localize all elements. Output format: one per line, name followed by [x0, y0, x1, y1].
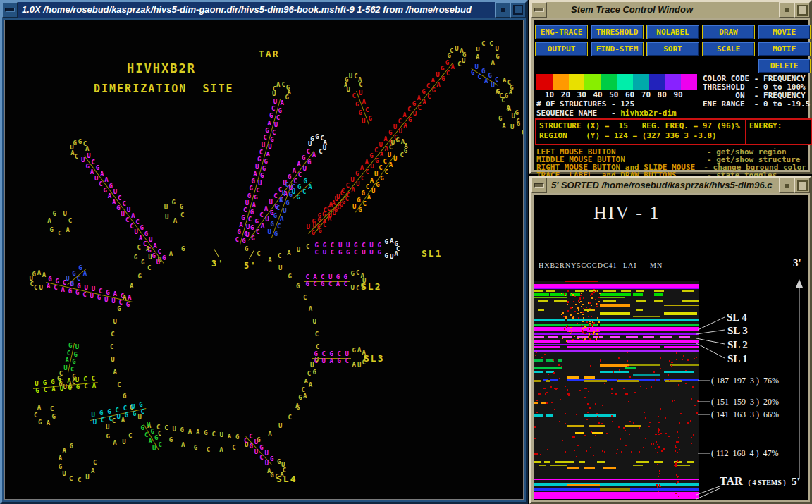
- trace-dot: [675, 462, 677, 464]
- nucleotide: G: [109, 183, 113, 190]
- nucleotide: U: [322, 358, 326, 364]
- sorted-window-titlebar[interactable]: 5' SORTED /home/rosebud/kasprzak/hivs5-d…: [531, 178, 810, 193]
- nolabel-button[interactable]: NOLABEL: [646, 25, 699, 39]
- nucleotide: G: [85, 164, 89, 170]
- colorbar-segment: [649, 74, 665, 90]
- nucleotide: A: [66, 227, 69, 233]
- nucleotide: C: [417, 105, 421, 111]
- nucleotide: C: [276, 115, 280, 121]
- output-button[interactable]: OUTPUT: [535, 42, 588, 56]
- trace-dot: [658, 446, 660, 448]
- nucleotide: G: [242, 238, 245, 245]
- nucleotide: C: [59, 371, 63, 377]
- trace-dot: [583, 340, 584, 341]
- maximize-button[interactable]: [794, 2, 810, 18]
- nucleotide: G: [298, 395, 302, 401]
- nucleotide: A: [61, 287, 65, 293]
- trace-dot: [663, 448, 665, 450]
- iconify-button[interactable]: [495, 2, 510, 18]
- trace-dot: [691, 443, 692, 444]
- trace-dot: [629, 434, 630, 435]
- nucleotide: C: [362, 201, 366, 207]
- trace-segment: [534, 288, 699, 289]
- iconify-button[interactable]: [779, 2, 794, 18]
- trace-segment: [534, 367, 562, 369]
- nucleotide: A: [422, 99, 426, 106]
- trace-dot: [582, 312, 584, 313]
- trace-dot: [604, 383, 605, 384]
- nucleotide: U: [87, 153, 90, 159]
- structure-window-titlebar[interactable]: 1.0X /home/rosebud/kasprzak/hivs5-dim-ga…: [2, 2, 526, 18]
- control-window-titlebar[interactable]: Stem Trace Control Window: [531, 2, 810, 18]
- stem-trace-plot[interactable]: [534, 281, 699, 499]
- trace-dot: [574, 296, 576, 297]
- motif-button[interactable]: MOTIF: [758, 42, 811, 56]
- maximize-button[interactable]: [510, 2, 526, 18]
- nucleotide: C: [385, 169, 388, 176]
- trace-segment: [600, 304, 630, 307]
- nucleotide: U: [356, 181, 359, 188]
- nucleotide: G: [250, 225, 254, 231]
- nucleotide: C: [302, 189, 306, 195]
- maximize-button[interactable]: [794, 178, 810, 193]
- nucleotide: A: [261, 223, 264, 229]
- trace-dot: [675, 493, 677, 494]
- trace-dot: [685, 383, 687, 384]
- trace-dot: [554, 409, 555, 410]
- nucleotide: U: [265, 460, 269, 467]
- nucleotide: A: [51, 386, 55, 393]
- threshold-button[interactable]: THRESHOLD: [591, 25, 644, 39]
- nucleotide: C: [77, 276, 80, 282]
- rna-canvas[interactable]: HIVHXB2R DIMERIZATION SITE GCAUGGCAUCCUG…: [4, 20, 524, 500]
- nucleotide: C: [58, 231, 61, 237]
- trace-dot: [596, 290, 597, 292]
- trace-dot: [604, 451, 605, 453]
- trace-dot: [562, 440, 563, 441]
- nucleotide: C: [398, 118, 402, 125]
- trace-dot: [541, 357, 543, 358]
- nucleotide: C: [278, 253, 281, 259]
- trace-segment: [597, 461, 605, 463]
- nucleotide: A: [352, 362, 356, 368]
- nucleotide: C: [344, 281, 347, 288]
- colorbar-tick: 40: [593, 90, 602, 99]
- draw-button[interactable]: DRAW: [702, 25, 755, 39]
- trace-dot: [634, 392, 636, 393]
- nucleotide: A: [476, 54, 479, 61]
- sort-button[interactable]: SORT: [646, 42, 699, 56]
- trace-dot: [586, 450, 587, 452]
- window-menu-button[interactable]: [531, 2, 547, 18]
- scale-button[interactable]: SCALE: [702, 42, 755, 56]
- trace-segment: [550, 465, 567, 466]
- trace-dot: [645, 417, 646, 419]
- nucleotide: C: [282, 82, 285, 88]
- trace-dot: [611, 393, 613, 394]
- colorbar-tick: 90: [673, 90, 682, 99]
- nucleotide: A: [65, 357, 68, 364]
- find-stem-button[interactable]: FIND-STEM: [591, 42, 644, 56]
- nucleotide: G: [345, 77, 348, 83]
- iconify-button[interactable]: [779, 178, 794, 193]
- nucleotide: A: [253, 171, 257, 178]
- nucleotide: U: [111, 357, 114, 363]
- window-menu-button[interactable]: [531, 178, 547, 193]
- trace-dot: [665, 433, 667, 434]
- trace-dot: [660, 408, 661, 410]
- nucleotide: C: [271, 106, 275, 112]
- nucleotide: A: [268, 257, 271, 264]
- nucleotide: G: [59, 464, 62, 470]
- nucleotide: C: [501, 97, 505, 104]
- eng-trace-button[interactable]: ENG-TRACE: [535, 25, 588, 39]
- trace-dot: [565, 451, 566, 453]
- nucleotide: G: [441, 66, 444, 72]
- nucleotide: U: [350, 177, 354, 183]
- trace-dot: [582, 338, 583, 339]
- window-menu-button[interactable]: [2, 2, 18, 18]
- trace-dot: [682, 359, 683, 360]
- movie-button[interactable]: MOVIE: [758, 25, 811, 39]
- delete-button[interactable]: DELETE: [758, 59, 811, 73]
- nucleotide: A: [351, 187, 355, 193]
- nucleotide: C: [345, 358, 349, 364]
- nucleotide: C: [207, 447, 210, 453]
- trace-dot: [572, 340, 573, 341]
